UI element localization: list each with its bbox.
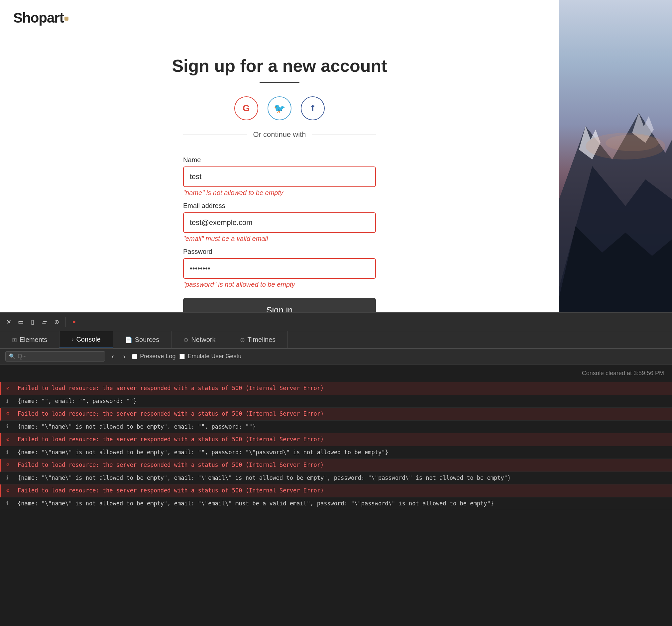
google-signin-button[interactable]: G (234, 96, 258, 120)
password-input[interactable] (183, 258, 376, 279)
filter-input-wrap: 🔍 (5, 351, 105, 362)
error-icon: ⊘ (6, 487, 14, 493)
logo-text: Shopart (13, 10, 64, 26)
form-container: Sign up for a new account G 🐦 f Or conti… (0, 36, 559, 323)
preserve-log-label: Preserve Log (140, 353, 175, 360)
entry-text: Failed to load resource: the server resp… (18, 486, 324, 495)
name-error: "name" is not allowed to be empty (183, 189, 376, 197)
entry-text: Failed to load resource: the server resp… (18, 384, 324, 393)
email-error: "email" must be a valid email (183, 235, 376, 243)
entry-text: Failed to load resource: the server resp… (18, 461, 324, 470)
devtools-tabs: ⊞ Elements › Console 📄 Sources ⊙ Network… (0, 331, 672, 348)
name-input[interactable] (183, 166, 376, 187)
log-icon: ℹ (6, 475, 14, 481)
tab-sources[interactable]: 📄 Sources (113, 331, 171, 348)
email-input[interactable] (183, 212, 376, 233)
console-entry: ⊘ Failed to load resource: the server re… (0, 459, 672, 472)
error-badge-icon[interactable]: ● (69, 317, 79, 327)
log-icon: ℹ (6, 500, 14, 506)
console-entry: ℹ {name: "\"name\" is not allowed to be … (0, 446, 672, 459)
elements-tab-icon: ⊞ (12, 336, 17, 343)
filter-prev-button[interactable]: ‹ (109, 352, 117, 361)
emulate-user-checkbox[interactable] (179, 354, 185, 359)
tab-console[interactable]: › Console (59, 331, 113, 348)
dock-bottom-icon[interactable]: ▱ (40, 317, 49, 327)
devtools-toolbar: ✕ ▭ ▯ ▱ ⊕ ● (0, 313, 672, 331)
preserve-log-wrap: Preserve Log (132, 353, 175, 360)
console-cleared-message: Console cleared at 3:59:56 PM (0, 367, 672, 382)
twitter-signin-button[interactable]: 🐦 (267, 96, 291, 120)
password-error: "password" is not allowed to be empty (183, 281, 376, 288)
entry-text: {name: "\"name\" is not allowed to be em… (18, 499, 494, 508)
or-line-left (183, 135, 247, 135)
console-entry: ⊘ Failed to load resource: the server re… (0, 484, 672, 498)
console-entry: ℹ {name: "\"name\" is not allowed to be … (0, 472, 672, 485)
tab-timelines[interactable]: ⊙ Timelines (228, 331, 288, 348)
tab-elements-label: Elements (20, 336, 47, 343)
emulate-user-label: Emulate User Gestu (188, 353, 241, 360)
error-icon: ⊘ (6, 410, 14, 417)
tab-timelines-label: Timelines (247, 336, 276, 343)
log-icon: ℹ (6, 449, 14, 455)
console-entry: ℹ {name: "\"name\" is not allowed to be … (0, 498, 672, 510)
tab-network[interactable]: ⊙ Network (171, 331, 227, 348)
logo-dot (65, 17, 69, 21)
console-entry: ⊘ Failed to load resource: the server re… (0, 433, 672, 446)
console-tab-icon: › (71, 336, 73, 343)
dock-right-icon[interactable]: ▯ (28, 317, 37, 327)
facebook-signin-button[interactable]: f (301, 96, 325, 120)
social-buttons: G 🐦 f (234, 96, 325, 120)
sources-tab-icon: 📄 (125, 336, 132, 343)
console-entry: ⊘ Failed to load resource: the server re… (0, 408, 672, 420)
close-devtools-icon[interactable]: ✕ (4, 317, 13, 327)
entry-text: Failed to load resource: the server resp… (18, 410, 324, 418)
page-title: Sign up for a new account (172, 56, 387, 76)
tab-network-label: Network (191, 336, 215, 343)
entry-text: {name: "\"name\" is not allowed to be em… (18, 448, 388, 457)
timelines-tab-icon: ⊙ (240, 336, 245, 343)
log-icon: ℹ (6, 398, 14, 404)
error-icon: ⊘ (6, 436, 14, 442)
tab-console-label: Console (76, 336, 100, 343)
devtools-panel: ✕ ▭ ▯ ▱ ⊕ ● ⊞ Elements › Console 📄 Sourc… (0, 312, 672, 626)
log-icon: ℹ (6, 423, 14, 430)
logo-bar: Shopart (0, 0, 559, 36)
or-divider: Or continue with (183, 130, 376, 139)
console-output: Console cleared at 3:59:56 PM ⊘ Failed t… (0, 364, 672, 626)
entry-text: {name: "", email: "", password: ""} (18, 397, 137, 406)
form-area: Shopart Sign up for a new account G 🐦 f (0, 0, 559, 312)
tab-elements[interactable]: ⊞ Elements (0, 331, 59, 348)
or-text: Or continue with (253, 130, 306, 139)
or-line-right (312, 135, 376, 135)
title-underline (260, 82, 299, 83)
entry-text: {name: "\"name\" is not allowed to be em… (18, 474, 511, 482)
network-tab-icon: ⊙ (184, 336, 188, 343)
password-label: Password (183, 248, 376, 256)
email-label: Email address (183, 202, 376, 210)
console-entry: ℹ {name: "\"name\" is not allowed to be … (0, 420, 672, 434)
tab-sources-label: Sources (135, 336, 159, 343)
error-icon: ⊘ (6, 385, 14, 391)
console-filter-bar: 🔍 ‹ › Preserve Log Emulate User Gestu (0, 348, 672, 364)
signup-form: Name "name" is not allowed to be empty E… (183, 151, 376, 323)
inspect-icon[interactable]: ⊕ (52, 317, 61, 327)
toolbar-separator (65, 317, 66, 327)
console-filter-input[interactable] (18, 353, 101, 360)
entry-text: {name: "\"name\" is not allowed to be em… (18, 423, 256, 431)
name-label: Name (183, 156, 376, 164)
console-entry: ℹ {name: "", email: "", password: ""} (0, 395, 672, 408)
preserve-log-checkbox[interactable] (132, 354, 137, 359)
filter-next-button[interactable]: › (121, 352, 128, 361)
error-icon: ⊘ (6, 461, 14, 468)
emulate-user-wrap: Emulate User Gestu (179, 353, 241, 360)
console-entry: ⊘ Failed to load resource: the server re… (0, 382, 672, 395)
undock-icon[interactable]: ▭ (16, 317, 25, 327)
hero-image (559, 0, 672, 312)
svg-point-7 (605, 135, 659, 151)
search-icon: 🔍 (9, 353, 16, 360)
entry-text: Failed to load resource: the server resp… (18, 435, 324, 444)
